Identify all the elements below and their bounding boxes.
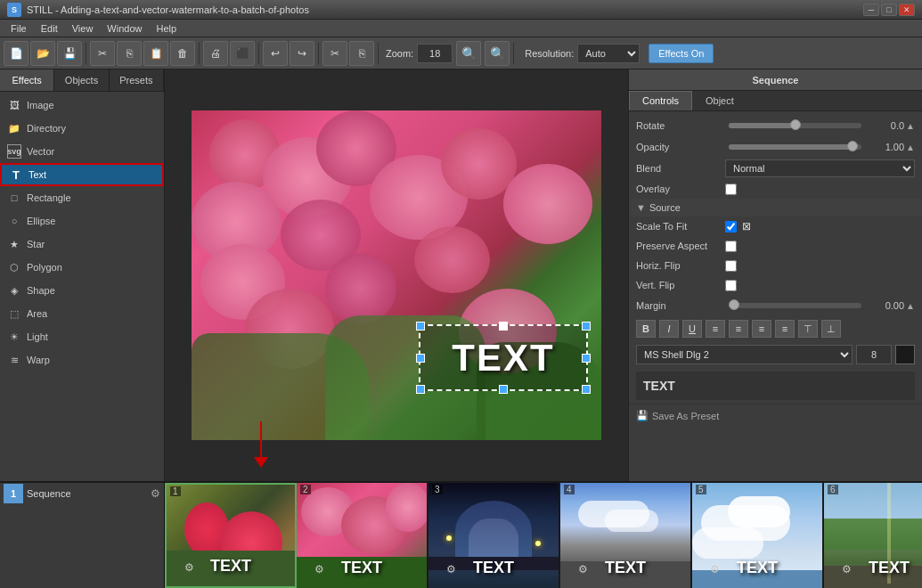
margin-label: Margin bbox=[636, 300, 725, 311]
text-watermark[interactable]: TEXT bbox=[419, 324, 588, 391]
italic-button[interactable]: I bbox=[659, 320, 679, 338]
tab-objects[interactable]: Objects bbox=[54, 69, 109, 91]
canvas-area[interactable]: TEXT bbox=[165, 69, 628, 481]
font-size-input[interactable] bbox=[856, 345, 892, 364]
align-top-button[interactable]: ⊤ bbox=[798, 320, 818, 338]
save-button[interactable]: 💾 bbox=[57, 41, 82, 66]
align-justify-button[interactable]: ≡ bbox=[775, 320, 795, 338]
open-button[interactable]: 📂 bbox=[30, 41, 55, 66]
opacity-row: Opacity 1.00 ▲ bbox=[629, 136, 922, 158]
rotate-thumb[interactable] bbox=[790, 119, 801, 130]
align-left-button[interactable]: ≡ bbox=[706, 320, 725, 338]
panel-item-area[interactable]: ⬚ Area bbox=[0, 302, 164, 325]
tab-presets[interactable]: Presets bbox=[110, 69, 164, 91]
blend-select[interactable]: Normal Multiply Screen Overlay bbox=[725, 159, 915, 177]
underline-button[interactable]: U bbox=[682, 320, 702, 338]
overlay-checkbox[interactable] bbox=[725, 184, 737, 195]
warp-icon: ≋ bbox=[7, 353, 21, 367]
font-color-picker[interactable] bbox=[895, 345, 915, 364]
thumbnail-1[interactable]: ⚙ TEXT 1 bbox=[165, 483, 297, 588]
scale-to-fit-icon[interactable]: ⊠ bbox=[742, 220, 751, 233]
opacity-slider[interactable] bbox=[729, 144, 861, 150]
handle-tl[interactable] bbox=[416, 322, 425, 331]
save-preset-button[interactable]: 💾 Save As Preset bbox=[629, 404, 922, 427]
copy-button[interactable]: ⎘ bbox=[117, 41, 142, 66]
thumbnail-3[interactable]: ⚙ TEXT 3 bbox=[428, 483, 560, 588]
undo-button[interactable]: ↩ bbox=[263, 41, 288, 66]
margin-slider[interactable] bbox=[729, 303, 861, 308]
margin-spin-up[interactable]: ▲ bbox=[906, 301, 915, 311]
export-button[interactable]: ⬛ bbox=[230, 41, 255, 66]
paste-button[interactable]: 📋 bbox=[143, 41, 168, 66]
opacity-spin-up[interactable]: ▲ bbox=[906, 143, 915, 152]
overlay-row: Overlay bbox=[629, 179, 922, 199]
thumb-num-5: 5 bbox=[696, 485, 706, 494]
panel-item-star[interactable]: ★ Star bbox=[0, 233, 164, 256]
handle-bl[interactable] bbox=[416, 385, 425, 394]
thumbnail-2[interactable]: ⚙ TEXT 2 bbox=[297, 483, 428, 588]
panel-item-warp[interactable]: ≋ Warp bbox=[0, 348, 164, 372]
rotate-slider[interactable] bbox=[729, 123, 861, 128]
panel-item-shape[interactable]: ◈ Shape bbox=[0, 279, 164, 302]
thumbnails-strip: ⚙ TEXT 1 ⚙ TEXT 2 bbox=[165, 483, 922, 588]
print-button[interactable]: 🖨 bbox=[203, 41, 228, 66]
menu-edit[interactable]: Edit bbox=[34, 20, 65, 37]
redo-button[interactable]: ↪ bbox=[290, 41, 314, 66]
panel-item-ellipse[interactable]: ○ Ellipse bbox=[0, 209, 164, 233]
tab-effects[interactable]: Effects bbox=[0, 69, 54, 91]
panel-item-text[interactable]: T Text bbox=[0, 163, 164, 186]
resolution-area: Resolution: Auto 72 DPI 150 DPI 300 DPI bbox=[525, 44, 640, 63]
panel-item-polygon[interactable]: ⬡ Polygon bbox=[0, 256, 164, 279]
panel-item-light[interactable]: ☀ Light bbox=[0, 325, 164, 348]
align-right-button[interactable]: ≡ bbox=[752, 320, 771, 338]
font-select[interactable]: MS Shell Dlg 2 Arial Times New Roman bbox=[636, 345, 853, 364]
handle-tm[interactable] bbox=[499, 322, 508, 331]
menu-file[interactable]: File bbox=[4, 20, 34, 37]
opacity-thumb[interactable] bbox=[847, 141, 858, 151]
panel-item-vector[interactable]: svg Vector bbox=[0, 140, 164, 163]
align-center-button[interactable]: ≡ bbox=[729, 320, 748, 338]
thumbnail-4[interactable]: ⚙ TEXT 4 bbox=[560, 483, 692, 588]
handle-bm[interactable] bbox=[499, 385, 508, 394]
thumbnail-6[interactable]: ⚙ TEXT 6 bbox=[824, 483, 922, 588]
effects-on-button[interactable]: Effects On bbox=[649, 44, 714, 63]
horiz-flip-checkbox[interactable] bbox=[725, 260, 737, 272]
handle-ml[interactable] bbox=[416, 354, 425, 363]
rotate-spin-up[interactable]: ▲ bbox=[906, 121, 915, 131]
menu-view[interactable]: View bbox=[65, 20, 101, 37]
maximize-button[interactable]: □ bbox=[881, 4, 897, 16]
tab-controls[interactable]: Controls bbox=[629, 91, 692, 110]
panel-item-rectangle[interactable]: □ Rectangle bbox=[0, 186, 164, 209]
menu-window[interactable]: Window bbox=[100, 20, 149, 37]
copy2-button[interactable]: ⎘ bbox=[349, 41, 374, 66]
thumb-num-2: 2 bbox=[300, 485, 311, 494]
handle-br[interactable] bbox=[582, 385, 591, 394]
resolution-select[interactable]: Auto 72 DPI 150 DPI 300 DPI bbox=[577, 44, 640, 63]
zoom-in-button[interactable]: 🔍 bbox=[456, 41, 481, 66]
handle-mr[interactable] bbox=[582, 354, 591, 363]
handle-tr[interactable] bbox=[582, 322, 591, 331]
menu-help[interactable]: Help bbox=[149, 20, 184, 37]
panel-item-directory[interactable]: 📁 Directory bbox=[0, 117, 164, 140]
cut2-button[interactable]: ✂ bbox=[322, 41, 347, 66]
thumbnail-5[interactable]: ⚙ TEXT 5 bbox=[692, 483, 824, 588]
seq-row: 1 Sequence ⚙ bbox=[0, 483, 164, 504]
zoom-out-button[interactable]: 🔍 bbox=[485, 41, 510, 66]
align-bottom-button[interactable]: ⊥ bbox=[821, 320, 841, 338]
scale-to-fit-checkbox[interactable] bbox=[725, 221, 737, 233]
vert-flip-checkbox[interactable] bbox=[725, 280, 737, 291]
preserve-aspect-checkbox[interactable] bbox=[725, 241, 737, 252]
zoom-input[interactable] bbox=[417, 44, 453, 63]
cut-button[interactable]: ✂ bbox=[90, 41, 115, 66]
close-button[interactable]: ✕ bbox=[899, 4, 915, 16]
new-button[interactable]: 📄 bbox=[4, 41, 29, 66]
bold-button[interactable]: B bbox=[636, 320, 656, 338]
controls-tabs: Controls Object bbox=[629, 91, 922, 111]
tab-object[interactable]: Object bbox=[692, 91, 747, 110]
minimize-button[interactable]: ─ bbox=[863, 4, 879, 16]
panel-item-image[interactable]: 🖼 Image bbox=[0, 94, 164, 117]
margin-thumb[interactable] bbox=[729, 299, 739, 310]
delete-button[interactable]: 🗑 bbox=[170, 41, 195, 66]
sequence-gear-icon[interactable]: ⚙ bbox=[151, 487, 160, 500]
polygon-icon: ⬡ bbox=[7, 260, 21, 274]
